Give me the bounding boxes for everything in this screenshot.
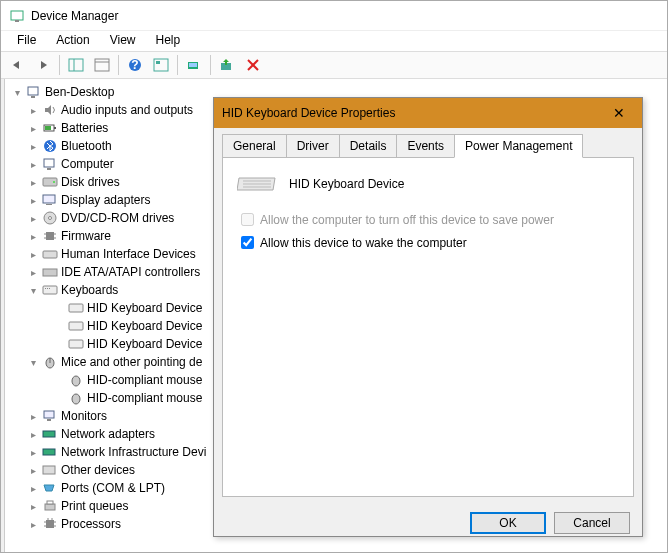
expander-icon[interactable]: ▸ <box>27 411 39 422</box>
computer-icon <box>42 156 58 172</box>
expander-icon[interactable]: ▸ <box>27 231 39 242</box>
svg-rect-35 <box>43 269 57 276</box>
tab-details[interactable]: Details <box>339 134 398 158</box>
tabstrip: General Driver Details Events Power Mana… <box>214 128 642 158</box>
svg-rect-48 <box>47 419 51 421</box>
expander-icon[interactable]: ▸ <box>27 483 39 494</box>
titlebar: Device Manager <box>1 1 667 31</box>
tab-events[interactable]: Events <box>396 134 455 158</box>
printer-icon <box>42 498 58 514</box>
svg-rect-15 <box>28 87 38 95</box>
properties-button[interactable] <box>90 54 114 76</box>
help-button[interactable]: ? <box>123 54 147 76</box>
tab-panel: HID Keyboard Device Allow the computer t… <box>222 157 634 497</box>
tree-label: HID Keyboard Device <box>87 319 202 333</box>
show-hide-tree-button[interactable] <box>64 54 88 76</box>
tree-label: Display adapters <box>61 193 150 207</box>
tree-label: Print queues <box>61 499 128 513</box>
separator <box>210 55 211 75</box>
svg-point-24 <box>53 181 55 183</box>
tab-driver[interactable]: Driver <box>286 134 340 158</box>
ok-button[interactable]: OK <box>470 512 546 534</box>
expander-icon[interactable]: ▸ <box>27 105 39 116</box>
svg-rect-37 <box>45 288 46 289</box>
mouse-icon <box>68 372 84 388</box>
tree-label: HID-compliant mouse <box>87 373 202 387</box>
mouse-icon <box>42 354 58 370</box>
tab-power-management[interactable]: Power Management <box>454 134 583 158</box>
expander-icon[interactable]: ▾ <box>27 357 39 368</box>
expander-icon[interactable]: ▸ <box>27 141 39 152</box>
svg-rect-39 <box>49 288 50 289</box>
checkbox-power-off-label: Allow the computer to turn off this devi… <box>260 213 554 227</box>
menu-action[interactable]: Action <box>48 31 97 51</box>
svg-rect-9 <box>156 61 160 64</box>
dialog-titlebar[interactable]: HID Keyboard Device Properties ✕ <box>214 98 642 128</box>
svg-rect-54 <box>46 520 54 528</box>
display-icon <box>42 192 58 208</box>
update-driver-button[interactable] <box>215 54 239 76</box>
menu-file[interactable]: File <box>9 31 44 51</box>
checkbox-wake-row[interactable]: Allow this device to wake the computer <box>237 233 619 252</box>
expander-icon[interactable]: ▾ <box>27 285 39 296</box>
svg-rect-49 <box>43 431 55 437</box>
keyboard-icon <box>42 282 58 298</box>
tree-label: Audio inputs and outputs <box>61 103 193 117</box>
menu-view[interactable]: View <box>102 31 144 51</box>
device-name-label: HID Keyboard Device <box>289 177 404 191</box>
forward-button[interactable] <box>31 54 55 76</box>
port-icon <box>42 480 58 496</box>
expander-icon[interactable]: ▸ <box>27 519 39 530</box>
svg-rect-21 <box>44 159 54 167</box>
expander-icon[interactable]: ▸ <box>27 501 39 512</box>
tree-label: Keyboards <box>61 283 118 297</box>
svg-rect-0 <box>11 11 23 20</box>
dvd-icon <box>42 210 58 226</box>
monitor-icon <box>42 408 58 424</box>
menu-help[interactable]: Help <box>148 31 189 51</box>
expander-icon[interactable]: ▸ <box>27 123 39 134</box>
expander-icon[interactable]: ▸ <box>27 465 39 476</box>
expander-icon[interactable]: ▸ <box>27 267 39 278</box>
expander-icon[interactable]: ▸ <box>27 429 39 440</box>
uninstall-button[interactable] <box>241 54 265 76</box>
expander-icon[interactable]: ▸ <box>27 447 39 458</box>
checkbox-wake[interactable] <box>241 236 254 249</box>
disk-icon <box>42 174 58 190</box>
tab-general[interactable]: General <box>222 134 287 158</box>
svg-rect-19 <box>45 126 51 130</box>
svg-rect-34 <box>43 251 57 258</box>
close-icon[interactable]: ✕ <box>604 105 634 121</box>
expander-icon[interactable]: ▸ <box>27 195 39 206</box>
svg-point-45 <box>72 376 80 386</box>
tree-label: HID Keyboard Device <box>87 301 202 315</box>
tree-label: Batteries <box>61 121 108 135</box>
keyboard-icon <box>68 300 84 316</box>
menubar: File Action View Help <box>1 31 667 51</box>
expander-icon[interactable]: ▸ <box>27 213 39 224</box>
hid-icon <box>42 246 58 262</box>
scan-hardware-button[interactable] <box>182 54 206 76</box>
tree-label: Other devices <box>61 463 135 477</box>
view-button[interactable] <box>149 54 173 76</box>
svg-rect-22 <box>47 168 51 170</box>
expander-icon[interactable]: ▸ <box>27 159 39 170</box>
network-icon <box>42 444 58 460</box>
checkbox-wake-label: Allow this device to wake the computer <box>260 236 467 250</box>
tree-label: Mice and other pointing de <box>61 355 202 369</box>
expander-icon[interactable]: ▸ <box>27 177 39 188</box>
tree-label: HID Keyboard Device <box>87 337 202 351</box>
expander-icon[interactable]: ▸ <box>27 249 39 260</box>
tree-label: Ben-Desktop <box>45 85 114 99</box>
processor-icon <box>42 516 58 532</box>
svg-rect-16 <box>31 96 35 98</box>
tree-label: IDE ATA/ATAPI controllers <box>61 265 200 279</box>
svg-rect-40 <box>69 304 83 312</box>
cancel-button[interactable]: Cancel <box>554 512 630 534</box>
svg-rect-47 <box>44 411 54 418</box>
dialog-title-text: HID Keyboard Device Properties <box>222 106 604 120</box>
svg-rect-29 <box>46 232 54 240</box>
properties-dialog: HID Keyboard Device Properties ✕ General… <box>213 97 643 537</box>
expander-icon[interactable]: ▾ <box>11 87 23 98</box>
back-button[interactable] <box>5 54 29 76</box>
